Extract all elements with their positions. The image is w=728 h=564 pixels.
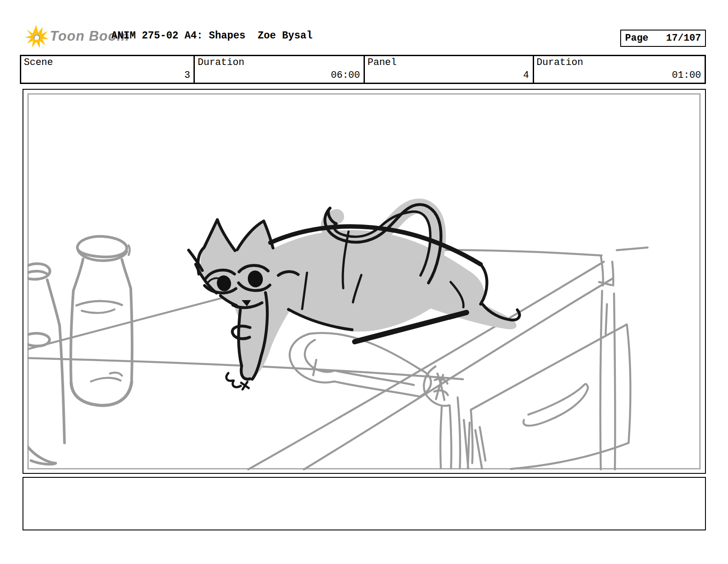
scene-duration-label: Duration: [197, 57, 244, 68]
panel-duration-label: Duration: [537, 57, 584, 68]
panel-info-table: Scene 3 Duration 06:00 Panel 4 Duration …: [20, 55, 706, 84]
storyboard-page: Toon Boom ANIM 275-02 A4: Shapes Zoe Bys…: [0, 0, 728, 564]
panel-cell: Panel 4: [365, 56, 534, 83]
toonboom-starburst-icon: [23, 24, 49, 50]
page-title: ANIM 275-02 A4: Shapes Zoe Bysal: [111, 30, 312, 42]
scene-cell: Scene 3: [21, 56, 195, 83]
scene-label: Scene: [24, 57, 53, 68]
panel-value: 4: [523, 70, 529, 81]
page-value: 17/107: [666, 33, 701, 44]
scene-duration-value: 06:00: [331, 70, 360, 81]
panel-label: Panel: [368, 57, 397, 68]
scene-value: 3: [184, 70, 190, 81]
panel-duration-cell: Duration 01:00: [534, 56, 705, 83]
page-number-box: Page 17/107: [620, 30, 706, 47]
caption-box: [23, 477, 706, 530]
scene-duration-cell: Duration 06:00: [195, 56, 365, 83]
storyboard-panel-frame: [23, 89, 706, 474]
panel-duration-value: 01:00: [672, 70, 701, 81]
page-label: Page: [625, 33, 648, 44]
